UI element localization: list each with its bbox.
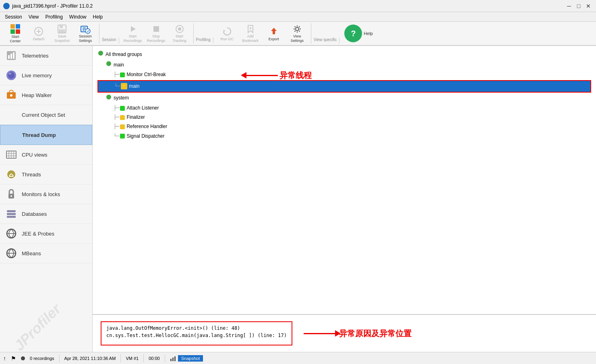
stop-recordings-button[interactable]: StopRecordings: [145, 23, 168, 43]
cpu-views-icon: [5, 148, 18, 161]
svg-rect-55: [7, 213, 16, 215]
help-button[interactable]: ?: [344, 25, 362, 42]
tree-item-monitor-ctrl-break[interactable]: ├─ Monitor Ctrl-Break: [97, 70, 591, 79]
snapshot-button[interactable]: Snapshot: [178, 355, 203, 362]
tree-item-all-thread-groups[interactable]: All thread groups: [97, 49, 591, 60]
status-flag-icon: ⚑: [11, 355, 16, 362]
sidebar-item-telemetries[interactable]: Telemetries: [0, 46, 92, 66]
minimize-button[interactable]: ─: [565, 2, 573, 10]
menu-profiling[interactable]: Profiling: [42, 13, 66, 21]
sidebar-item-threads[interactable]: Threads: [0, 165, 92, 184]
signal-dispatcher-label: Signal Dispatcher: [126, 132, 164, 140]
svg-rect-37: [13, 52, 14, 59]
sidebar-item-jee-probes[interactable]: JEE & Probes: [0, 224, 92, 244]
export-icon: [268, 26, 279, 37]
view-settings-label: ViewSettings: [290, 34, 304, 43]
signal-branch-icon: └─: [114, 132, 119, 140]
run-gc-icon: [221, 26, 233, 37]
svg-rect-64: [170, 359, 172, 361]
start-center-button[interactable]: StartCenter: [4, 23, 27, 43]
error-annotation-container: 异常原因及异常位置: [304, 328, 412, 339]
start-recordings-icon: [127, 24, 139, 34]
sidebar-label-telemetries: Telemetries: [22, 53, 48, 59]
tree-item-main-group[interactable]: main: [97, 60, 591, 70]
arrow-head-error: [335, 330, 341, 337]
save-snapshot-button[interactable]: SaveSnapshot: [51, 23, 73, 43]
menu-session[interactable]: Session: [2, 13, 25, 21]
session-group-label: Session: [99, 37, 119, 43]
maximize-button[interactable]: □: [574, 2, 583, 10]
close-button[interactable]: ✕: [584, 2, 593, 10]
sidebar-item-mbeans[interactable]: MBeans: [0, 244, 92, 263]
add-bookmark-button[interactable]: AddBookmark: [239, 23, 262, 43]
error-line-2: cn.sys.Test.test.HellocGC.main(java.lang…: [106, 333, 287, 338]
reference-handler-label: Reference Handler: [126, 123, 167, 130]
databases-icon: [5, 207, 18, 220]
toolbar-session-group: StartCenter Detach SaveSnapshot: [2, 23, 99, 43]
detach-label: Detach: [33, 37, 45, 41]
watermark: JProfiler: [11, 301, 64, 352]
status-vm: VM #1: [126, 356, 139, 361]
main-group-folder-icon: [106, 60, 112, 69]
sidebar-item-live-memory[interactable]: Live memory: [0, 66, 92, 85]
menu-view[interactable]: View: [25, 13, 42, 21]
svg-marker-20: [224, 29, 226, 31]
arrow-head-thread: [241, 72, 246, 79]
export-button[interactable]: Export: [263, 23, 285, 43]
error-line-1: java.lang.OutOfMemoryError.<init>() (lin…: [106, 325, 287, 331]
view-settings-button[interactable]: ViewSettings: [286, 23, 308, 43]
sidebar-item-monitors-locks[interactable]: Monitors & locks: [0, 184, 92, 204]
signal-status-dot: [120, 134, 125, 139]
mbeans-icon: [5, 247, 18, 260]
tree-item-signal-dispatcher[interactable]: └─ Signal Dispatcher: [97, 132, 591, 141]
status-sep-2: [120, 354, 121, 362]
start-recordings-button[interactable]: StartRecordings: [122, 23, 144, 43]
session-settings-button[interactable]: ✓ SessionSettings: [74, 23, 97, 43]
tree-item-main-thread[interactable]: └─ ⚡ main: [97, 80, 591, 93]
content-area: All thread groups main ├─ Monitor Ctrl-B…: [93, 46, 596, 352]
finalizer-label: Finalizer: [126, 114, 145, 121]
view-settings-icon: [292, 24, 303, 34]
main-layout: Telemetries Live memory Heap Walker: [0, 46, 596, 352]
sidebar-item-current-object-set[interactable]: Current Object Set: [0, 105, 92, 125]
add-bookmark-label: AddBookmark: [242, 34, 259, 43]
snapshot-chart-icon: [170, 355, 176, 362]
sidebar-label-current-object-set: Current Object Set: [22, 112, 65, 118]
menu-window[interactable]: Window: [66, 13, 90, 21]
save-snapshot-icon: [56, 24, 68, 34]
run-gc-button[interactable]: Run GC: [216, 23, 238, 43]
main-lightning-icon: ⚡: [121, 83, 127, 89]
sidebar-item-cpu-views[interactable]: CPU views: [0, 145, 92, 165]
tree-item-reference-handler[interactable]: ├─ Reference Handler: [97, 122, 591, 131]
menu-help[interactable]: Help: [90, 13, 106, 21]
add-bookmark-icon: [245, 24, 256, 34]
tree-item-finalizer[interactable]: ├─ Finalizer: [97, 113, 591, 122]
menubar: Session View Profiling Window Help: [0, 12, 596, 22]
profiling-group-label: Profiling: [194, 37, 213, 43]
reference-branch-icon: ├─: [114, 123, 119, 130]
start-tracking-button[interactable]: StartTracking: [168, 23, 191, 43]
svg-text:✓: ✓: [87, 29, 90, 33]
sidebar-item-heap-walker[interactable]: Heap Walker: [0, 85, 92, 105]
svg-rect-0: [10, 24, 15, 29]
status-sep-3: [143, 354, 144, 362]
sidebar-item-thread-dump[interactable]: Thread Dump: [0, 125, 92, 145]
toolbar: StartCenter Detach SaveSnapshot: [0, 22, 596, 46]
tree-item-system-group[interactable]: system: [97, 93, 591, 103]
start-recordings-label: StartRecordings: [124, 34, 142, 43]
detach-button[interactable]: Detach: [27, 23, 50, 43]
stop-recordings-label: StopRecordings: [147, 34, 166, 43]
tree-item-attach-listener[interactable]: ├─ Attach Listener: [97, 103, 591, 113]
svg-line-30: [294, 27, 295, 27]
monitor-status-dot: [120, 72, 125, 77]
main-group-label: main: [114, 61, 124, 69]
error-box: java.lang.OutOfMemoryError.<init>() (lin…: [101, 321, 292, 345]
titlebar-controls[interactable]: ─ □ ✕: [565, 2, 593, 10]
titlebar-left: java_pid17396.hprof - JProfiler 11.0.2: [3, 3, 93, 9]
sidebar-item-databases[interactable]: Databases: [0, 204, 92, 224]
start-center-icon: [10, 23, 21, 35]
sidebar-label-databases: Databases: [22, 211, 47, 217]
sidebar-label-mbeans: MBeans: [22, 250, 41, 256]
status-time: 00:00: [149, 356, 160, 361]
toolbar-view-specific-group: Run GC AddBookmark Export: [213, 23, 311, 43]
